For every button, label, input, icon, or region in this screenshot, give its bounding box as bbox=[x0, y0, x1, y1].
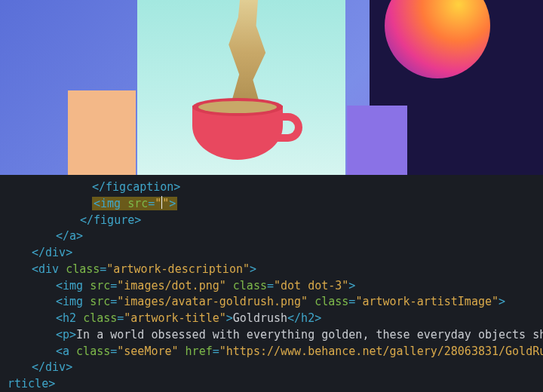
token-str: " bbox=[162, 197, 169, 210]
token-str: "images/dot.png" bbox=[117, 279, 226, 292]
preview-artwork-card bbox=[137, 0, 345, 175]
highlighted-span[interactable]: <img src=""> bbox=[92, 197, 177, 210]
token-tag: <p> bbox=[56, 328, 76, 341]
code-line[interactable]: <img src="images/dot.png" class="dot dot… bbox=[8, 278, 537, 295]
token-tag: > bbox=[226, 311, 233, 325]
code-line[interactable]: </figcaption> bbox=[8, 179, 537, 196]
token-tag: = bbox=[110, 295, 117, 308]
token-tag: <h2 bbox=[56, 311, 83, 325]
token-tag: <img bbox=[56, 295, 90, 308]
token-str: "https://www.behance.net/gallery/2806383… bbox=[219, 345, 543, 358]
red-cup-shape bbox=[185, 92, 298, 160]
code-line[interactable]: <p>In a world obsessed with everything g… bbox=[8, 327, 537, 344]
token-str: "images/avatar-goldrush.png" bbox=[117, 295, 308, 308]
token-str: " bbox=[155, 197, 161, 210]
token-tag: <img bbox=[94, 197, 127, 210]
code-line[interactable]: <a class="seeMore" href="https://www.beh… bbox=[8, 344, 537, 360]
token-attr: src bbox=[90, 295, 110, 308]
token-tag: > bbox=[250, 262, 256, 276]
code-line[interactable]: </div> bbox=[8, 360, 537, 376]
code-line[interactable]: <img src=""> bbox=[8, 196, 537, 213]
token-str: "artwork-title" bbox=[124, 311, 225, 325]
code-editor[interactable]: </figcaption><img src=""></figure></a></… bbox=[0, 175, 543, 392]
live-preview-pane bbox=[0, 0, 543, 175]
code-line[interactable]: <h2 class="artwork-title">Goldrush</h2> bbox=[8, 311, 537, 327]
token-tag: </div> bbox=[32, 360, 72, 374]
code-line[interactable]: rticle> bbox=[8, 376, 537, 392]
token-tag: </h2> bbox=[287, 311, 321, 325]
token-txt: In a world obsessed with everything gold… bbox=[76, 328, 543, 341]
token-str: "artwork-artistImage" bbox=[355, 295, 499, 308]
token-tag: > bbox=[499, 295, 505, 308]
code-line[interactable]: </figure> bbox=[8, 213, 537, 229]
token-attr: class bbox=[76, 345, 110, 358]
token-attr: src bbox=[127, 197, 148, 210]
token-attr: class bbox=[66, 262, 100, 276]
preview-block-peach bbox=[68, 90, 136, 175]
token-tag: = bbox=[110, 279, 117, 292]
token-str: "artwork-description" bbox=[106, 262, 250, 276]
token-str: "dot dot-3" bbox=[274, 279, 348, 292]
token-tag: > bbox=[348, 279, 355, 292]
token-tag: <a bbox=[56, 345, 76, 358]
token-tag: > bbox=[169, 197, 176, 210]
token-tag: </div> bbox=[32, 246, 72, 259]
preview-block-violet bbox=[347, 106, 407, 175]
token-txt: Goldrush bbox=[233, 311, 287, 325]
token-tag: = bbox=[267, 279, 274, 292]
token-tag: <div bbox=[32, 262, 66, 276]
token-tag: = bbox=[213, 345, 219, 358]
token-tag: </figcaption> bbox=[92, 180, 180, 194]
token-tag: rticle> bbox=[8, 377, 55, 390]
code-line[interactable]: <div class="artwork-description"> bbox=[8, 262, 537, 278]
token-tag bbox=[308, 295, 314, 308]
token-tag: = bbox=[100, 262, 106, 276]
token-tag: = bbox=[148, 197, 155, 210]
token-attr: class bbox=[233, 279, 267, 292]
token-tag bbox=[179, 345, 186, 358]
token-attr: class bbox=[83, 311, 117, 325]
token-str: "seeMore" bbox=[117, 345, 178, 358]
token-attr: href bbox=[186, 345, 213, 358]
token-tag: </a> bbox=[56, 229, 83, 243]
code-line[interactable]: <img src="images/avatar-goldrush.png" cl… bbox=[8, 294, 537, 311]
token-attr: src bbox=[90, 279, 110, 292]
token-tag bbox=[226, 279, 233, 292]
code-line[interactable]: </div> bbox=[8, 245, 537, 262]
token-tag: </figure> bbox=[80, 213, 141, 227]
code-line[interactable]: </a> bbox=[8, 228, 537, 245]
token-tag: = bbox=[117, 311, 124, 325]
token-tag: = bbox=[110, 345, 117, 358]
token-attr: class bbox=[314, 295, 348, 308]
token-tag: <img bbox=[56, 279, 90, 292]
